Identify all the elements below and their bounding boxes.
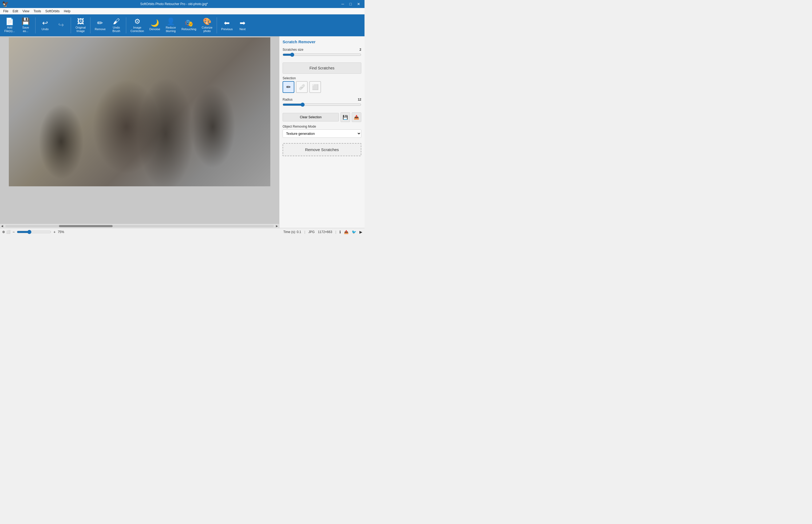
time-label: Time (s): 0.1 — [283, 230, 301, 234]
right-panel: Scratch Remover Scratches size 2 Find Sc… — [279, 36, 365, 228]
close-button[interactable]: ✕ — [355, 1, 362, 7]
zoom-level: 75% — [58, 230, 64, 234]
photo-container — [9, 37, 270, 186]
app-logo-icon: 🦅 — [2, 1, 9, 7]
scroll-right-arrow[interactable]: ▶ — [275, 225, 279, 227]
undo-brush-label: Undo Brush — [113, 26, 120, 33]
redo-icon: ↪ — [58, 21, 64, 28]
photo-canvas[interactable] — [9, 37, 270, 186]
remove-icon: ✏ — [97, 19, 103, 27]
photo-image — [9, 37, 270, 186]
radius-slider[interactable] — [283, 102, 361, 107]
minimize-button[interactable]: ─ — [339, 1, 346, 7]
scroll-track[interactable] — [5, 225, 274, 227]
save-as-button[interactable]: 💾 Save as... — [18, 16, 33, 35]
next-button[interactable]: ➡ Next — [236, 16, 249, 35]
colorize-photo-icon: 🎨 — [203, 18, 212, 25]
import-selection-button[interactable]: 📥 — [352, 112, 361, 122]
add-files-label: Add File(s)... — [4, 26, 15, 33]
remove-scratches-button[interactable]: Remove Scratches — [283, 143, 361, 156]
status-right: Time (s): 0.1 | JPG 1172×663 | ℹ 📤 🐦 ▶ — [283, 230, 362, 234]
image-dimensions: 1172×663 — [318, 230, 332, 234]
info-icon[interactable]: ℹ — [339, 230, 341, 234]
panel-title: Scratch Remover — [283, 39, 361, 44]
share-icon[interactable]: 📤 — [344, 230, 349, 234]
menu-edit[interactable]: Edit — [11, 9, 20, 14]
zoom-slider[interactable] — [17, 230, 51, 234]
save-as-icon: 💾 — [21, 18, 30, 25]
zoom-in-button[interactable]: + — [52, 230, 56, 234]
selection-tools: ✏ 🩹 ⬜ — [283, 81, 361, 93]
file-format: JPG — [308, 230, 315, 234]
radius-section: Radius 12 — [283, 98, 361, 110]
zoom-out-button[interactable]: − — [12, 230, 16, 234]
scratches-size-slider[interactable] — [283, 53, 361, 57]
scratches-size-label-row: Scratches size 2 — [283, 48, 361, 51]
image-correction-icon: ⚙ — [134, 18, 140, 25]
selection-eraser-button[interactable]: 🩹 — [296, 81, 308, 93]
save-selection-button[interactable]: 💾 — [340, 112, 350, 122]
denoise-icon: 🌙 — [151, 19, 159, 27]
redo-button[interactable]: ↪ — [54, 16, 69, 35]
previous-button[interactable]: ⬅ Previous — [219, 16, 235, 35]
selection-rectangle-button[interactable]: ⬜ — [309, 81, 321, 93]
retouching-icon: 🎭 — [185, 19, 193, 27]
object-removing-mode-select[interactable]: Texture generation Inpainting Blur — [283, 129, 361, 138]
maximize-button[interactable]: □ — [348, 1, 354, 7]
original-image-button[interactable]: 🖼 Original Image — [73, 16, 88, 35]
add-files-button[interactable]: 📄 Add File(s)... — [2, 16, 17, 35]
menu-tools[interactable]: Tools — [32, 9, 43, 14]
scratches-size-section: Scratches size 2 — [283, 48, 361, 60]
remove-button[interactable]: ✏ Remove — [92, 16, 108, 35]
twitter-icon[interactable]: 🐦 — [352, 230, 356, 234]
selection-label: Selection — [283, 76, 361, 80]
scroll-thumb[interactable] — [59, 225, 113, 227]
reduce-blurring-button[interactable]: 👤 Reduce blurring — [163, 16, 178, 35]
scroll-left-arrow[interactable]: ◀ — [0, 225, 4, 227]
play-icon[interactable]: ▶ — [359, 230, 362, 234]
menu-file[interactable]: File — [1, 9, 11, 14]
remove-label: Remove — [95, 28, 106, 31]
toolbar-separator-5 — [217, 17, 217, 33]
window-title: SoftOrbits Photo Retoucher Pro - old-pho… — [9, 2, 339, 6]
save-as-label: Save as... — [22, 26, 29, 33]
canvas-area[interactable]: ◀ ▶ — [0, 36, 279, 228]
reduce-blurring-icon: 👤 — [167, 18, 175, 25]
find-scratches-button[interactable]: Find Scratches — [283, 63, 361, 74]
selection-section: Selection ✏ 🩹 ⬜ — [283, 76, 361, 95]
undo-brush-button[interactable]: 🖌 Undo Brush — [109, 16, 124, 35]
undo-icon: ↩ — [42, 19, 48, 27]
toolbar-separator-4 — [126, 17, 126, 33]
image-correction-label: Image Correction — [131, 26, 144, 33]
object-removing-mode-label: Object Removing Mode — [283, 125, 361, 128]
denoise-button[interactable]: 🌙 Denoise — [147, 16, 162, 35]
colorize-photo-button[interactable]: 🎨 Colorize photo — [200, 16, 215, 35]
menu-view[interactable]: View — [20, 9, 32, 14]
title-bar: 🦅 SoftOrbits Photo Retoucher Pro - old-p… — [0, 0, 365, 8]
horizontal-scrollbar[interactable]: ◀ ▶ — [0, 224, 279, 228]
radius-slider-container — [283, 102, 361, 108]
menu-softorbits[interactable]: SoftOrbits — [43, 9, 62, 14]
actual-size-icon[interactable]: ⬜ — [6, 230, 11, 234]
import-selection-icon: 📥 — [354, 115, 359, 120]
next-label: Next — [240, 28, 246, 31]
toolbar-separator-2 — [71, 17, 71, 33]
image-correction-button[interactable]: ⚙ Image Correction — [128, 16, 146, 35]
selection-brush-button[interactable]: ✏ — [283, 81, 294, 93]
object-removing-mode-section: Object Removing Mode Texture generation … — [283, 125, 361, 140]
scratches-size-label: Scratches size — [283, 48, 303, 51]
retouching-button[interactable]: 🎭 Retouching — [179, 16, 199, 35]
radius-value: 12 — [358, 98, 361, 101]
fit-to-screen-icon[interactable]: ⊕ — [2, 230, 5, 234]
previous-icon: ⬅ — [224, 19, 230, 27]
colorize-photo-label: Colorize photo — [202, 26, 213, 33]
menu-help[interactable]: Help — [62, 9, 72, 14]
reduce-blurring-label: Reduce blurring — [166, 26, 176, 33]
denoise-label: Denoise — [149, 28, 160, 31]
original-image-label: Original Image — [75, 26, 86, 33]
main-layout: ◀ ▶ Scratch Remover Scratches size 2 Fin… — [0, 36, 365, 228]
clear-selection-button[interactable]: Clear Selection — [283, 113, 339, 121]
zoom-controls: ⊕ ⬜ − + 75% — [2, 230, 64, 234]
original-image-icon: 🖼 — [77, 18, 84, 25]
undo-button[interactable]: ↩ Undo — [38, 16, 53, 35]
